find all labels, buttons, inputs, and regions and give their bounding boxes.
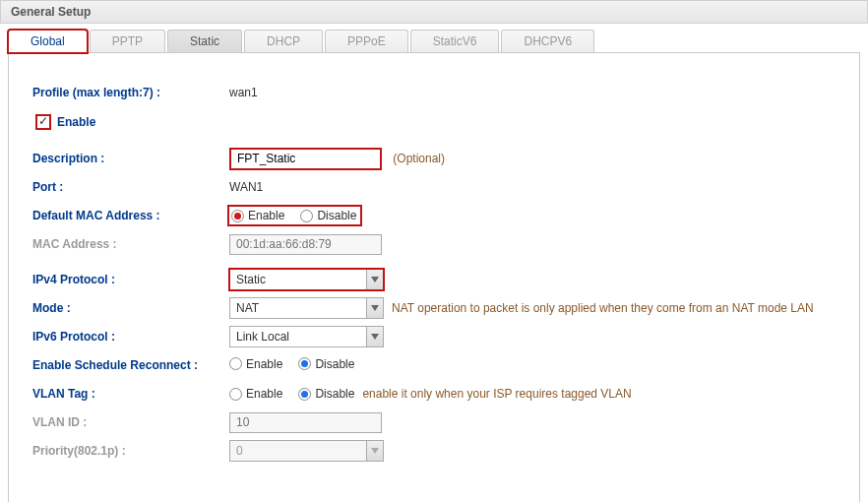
description-input[interactable] xyxy=(229,148,382,170)
vlan-id-input xyxy=(229,412,382,433)
default-mac-radio-group: Enable Disable xyxy=(229,207,360,224)
radio-checked-icon xyxy=(298,357,311,370)
enable-label: Enable xyxy=(57,115,95,129)
tab-pppoe[interactable]: PPPoE xyxy=(325,30,408,53)
tab-staticv6[interactable]: StaticV6 xyxy=(410,30,500,53)
default-mac-enable-radio[interactable]: Enable xyxy=(231,209,284,222)
description-hint: (Optional) xyxy=(393,152,445,165)
ipv6-label: IPv6 Protocol : xyxy=(32,330,229,344)
tab-static[interactable]: Static xyxy=(167,30,242,53)
ipv4-label: IPv4 Protocol : xyxy=(32,273,229,286)
radio-disable-label: Disable xyxy=(315,357,354,371)
tabs-container: Global PPTP Static DHCP PPPoE StaticV6 D… xyxy=(8,30,860,53)
schedule-radio-group: Enable Disable xyxy=(229,357,354,371)
chevron-down-icon xyxy=(366,440,384,462)
mode-label: Mode : xyxy=(32,301,229,315)
mode-select[interactable]: NAT xyxy=(229,297,384,319)
tabs: Global PPTP Static DHCP PPPoE StaticV6 D… xyxy=(8,30,860,53)
vlan-disable-radio[interactable]: Disable xyxy=(298,387,354,401)
priority-label: Priority(802.1p) : xyxy=(32,444,229,458)
vlan-id-label: VLAN ID : xyxy=(32,415,229,429)
schedule-enable-radio[interactable]: Enable xyxy=(229,357,282,371)
ipv4-select[interactable]: Static xyxy=(229,269,384,290)
schedule-reconnect-label: Enable Schedule Reconnect : xyxy=(32,358,229,372)
radio-unchecked-icon xyxy=(229,357,242,370)
radio-enable-label: Enable xyxy=(248,209,284,222)
priority-select-value: 0 xyxy=(229,440,366,462)
default-mac-disable-radio[interactable]: Disable xyxy=(300,209,356,222)
priority-select: 0 xyxy=(229,440,384,462)
radio-checked-icon xyxy=(231,210,244,222)
chevron-down-icon xyxy=(366,326,384,347)
enable-checkbox[interactable] xyxy=(36,115,50,129)
panel-title: General Setup xyxy=(0,0,868,24)
tab-content: Profile (max length:7) : wan1 Enable Des… xyxy=(8,53,860,502)
radio-disable-label: Disable xyxy=(315,387,354,401)
ipv6-select[interactable]: Link Local xyxy=(229,326,384,347)
vlan-enable-radio[interactable]: Enable xyxy=(229,387,282,401)
port-value: WAN1 xyxy=(229,176,263,198)
tab-pptp[interactable]: PPTP xyxy=(90,30,165,53)
mac-address-label: MAC Address : xyxy=(32,237,229,251)
description-label: Description : xyxy=(32,152,229,165)
mode-select-value: NAT xyxy=(229,297,366,319)
vlan-radio-group: Enable Disable xyxy=(229,387,354,401)
profile-value: wan1 xyxy=(229,82,258,103)
tab-dhcpv6[interactable]: DHCPV6 xyxy=(501,30,594,53)
radio-enable-label: Enable xyxy=(246,357,282,371)
radio-enable-label: Enable xyxy=(246,387,282,401)
mode-hint: NAT operation to packet is only applied … xyxy=(392,301,814,315)
ipv6-select-value: Link Local xyxy=(229,326,366,347)
profile-label: Profile (max length:7) : xyxy=(32,86,229,99)
tab-dhcp[interactable]: DHCP xyxy=(244,30,323,53)
radio-disable-label: Disable xyxy=(317,209,356,222)
default-mac-label: Default MAC Address : xyxy=(32,209,229,222)
radio-checked-icon xyxy=(298,388,311,401)
radio-unchecked-icon xyxy=(229,388,242,401)
mac-address-input xyxy=(229,234,382,255)
chevron-down-icon xyxy=(366,269,384,290)
chevron-down-icon xyxy=(366,297,384,319)
vlan-hint: enable it only when your ISP requires ta… xyxy=(362,387,631,401)
radio-unchecked-icon xyxy=(300,210,313,222)
port-label: Port : xyxy=(32,180,229,194)
vlan-tag-label: VLAN Tag : xyxy=(32,387,229,401)
schedule-disable-radio[interactable]: Disable xyxy=(298,357,354,371)
ipv4-select-value: Static xyxy=(229,269,366,290)
tab-global[interactable]: Global xyxy=(8,30,88,53)
